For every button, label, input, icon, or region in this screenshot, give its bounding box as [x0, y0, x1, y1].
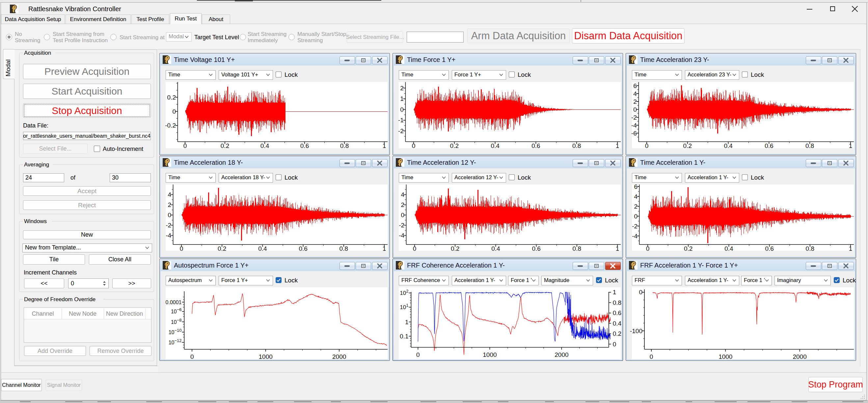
- svg-text:1: 1: [613, 289, 616, 295]
- svg-text:-100: -100: [630, 327, 643, 335]
- svg-text:-2: -2: [631, 114, 637, 121]
- svg-text:0: 0: [172, 108, 176, 115]
- svg-text:0: 0: [401, 211, 405, 219]
- svg-text:-4: -4: [166, 232, 171, 239]
- svg-text:0: 0: [416, 351, 420, 358]
- svg-text:-4: -4: [631, 122, 637, 129]
- svg-text:0: 0: [168, 211, 172, 219]
- svg-text:1000: 1000: [259, 353, 273, 360]
- svg-text:2: 2: [168, 201, 172, 208]
- svg-text:0: 0: [633, 106, 637, 113]
- svg-text:0: 0: [613, 341, 616, 348]
- svg-text:-0.2: -0.2: [165, 122, 176, 129]
- svg-text:0: 0: [650, 353, 653, 360]
- svg-text:1: 1: [405, 319, 409, 325]
- svg-text:-1: -1: [398, 117, 404, 123]
- svg-text:2: 2: [633, 98, 637, 105]
- svg-text:6: 6: [633, 82, 637, 89]
- svg-text:0: 0: [190, 353, 194, 360]
- svg-text:0: 0: [634, 213, 638, 220]
- svg-text:0.0001: 0.0001: [166, 299, 182, 305]
- svg-text:2000: 2000: [793, 353, 806, 360]
- svg-text:-2: -2: [632, 223, 638, 230]
- svg-text:-2: -2: [398, 127, 404, 135]
- svg-text:0: 0: [639, 289, 643, 295]
- svg-text:0.6: 0.6: [613, 310, 621, 316]
- svg-text:2: 2: [401, 201, 405, 208]
- svg-text:2000: 2000: [555, 351, 568, 358]
- svg-text:-4: -4: [632, 233, 638, 239]
- svg-text:0.4: 0.4: [613, 320, 622, 327]
- svg-text:6: 6: [634, 183, 638, 190]
- svg-text:-2: -2: [399, 222, 404, 229]
- svg-text:1000: 1000: [718, 353, 732, 360]
- svg-text:0.2: 0.2: [167, 94, 176, 101]
- svg-text:0.8: 0.8: [613, 299, 621, 306]
- svg-text:0.1: 0.1: [400, 333, 408, 340]
- svg-text:2: 2: [634, 203, 638, 210]
- svg-text:2: 2: [400, 85, 404, 92]
- svg-text:-2: -2: [166, 222, 171, 229]
- svg-text:0.2: 0.2: [613, 330, 621, 337]
- svg-text:1000: 1000: [483, 351, 497, 358]
- svg-text:-6: -6: [631, 130, 637, 137]
- svg-text:1: 1: [400, 95, 404, 102]
- svg-text:2000: 2000: [332, 353, 346, 360]
- svg-text:-4: -4: [399, 232, 404, 239]
- svg-text:0: 0: [400, 106, 404, 113]
